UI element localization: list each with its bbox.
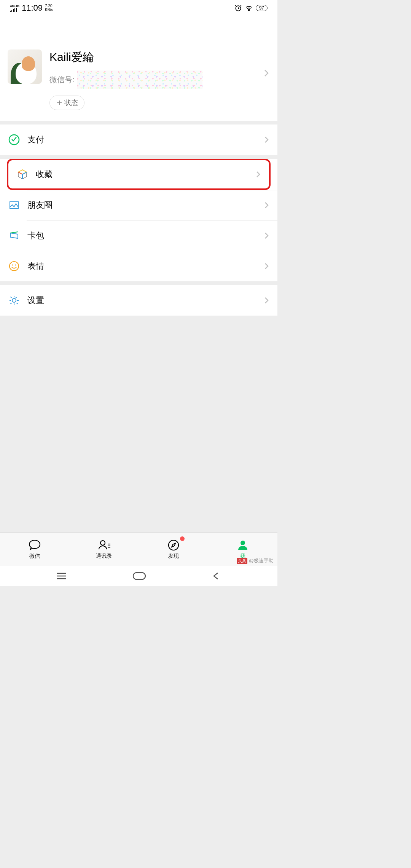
- smile-icon: [8, 260, 20, 272]
- tab-discover[interactable]: 发现: [139, 533, 208, 566]
- nav-label: 微信: [29, 553, 40, 560]
- status-button[interactable]: 状态: [49, 96, 84, 110]
- menu-label: 收藏: [36, 169, 256, 180]
- svg-point-6: [12, 298, 16, 302]
- plus-icon: [56, 99, 63, 106]
- home-icon[interactable]: [132, 572, 146, 580]
- nav-label: 发现: [168, 553, 179, 560]
- svg-point-8: [169, 540, 178, 550]
- menu-favorites[interactable]: 收藏: [7, 159, 271, 190]
- battery-level: 97: [256, 5, 268, 11]
- profile-section[interactable]: Kaili爱綸 微信号: 状态: [0, 43, 277, 121]
- svg-point-7: [100, 541, 105, 545]
- svg-point-5: [15, 265, 16, 266]
- menu-stickers[interactable]: 表情: [0, 251, 277, 281]
- wechat-id-value-censored: [77, 70, 202, 89]
- wechat-id-label: 微信号:: [49, 75, 75, 85]
- person-icon: [236, 539, 249, 552]
- signal-icon: 4GHD: [10, 4, 19, 12]
- chevron-right-icon: [264, 297, 269, 304]
- menu-label: 朋友圈: [27, 199, 264, 211]
- nav-label: 通讯录: [96, 553, 112, 560]
- pay-icon: [8, 134, 20, 145]
- menu-settings[interactable]: 设置: [0, 285, 277, 316]
- menu-label: 设置: [27, 295, 264, 306]
- menu-label: 卡包: [27, 230, 264, 241]
- network-speed: 7.20 KB/s: [45, 4, 53, 12]
- chat-icon: [28, 539, 41, 552]
- menu-label: 表情: [27, 260, 264, 272]
- compass-icon: [167, 539, 180, 552]
- clock-time: 11:09: [22, 3, 43, 13]
- chevron-right-icon: [256, 171, 261, 178]
- menu-moments[interactable]: 朋友圈: [0, 190, 277, 220]
- menu-pay[interactable]: 支付: [0, 124, 277, 155]
- chevron-right-icon: [264, 232, 269, 239]
- svg-rect-10: [133, 573, 145, 579]
- chevron-right-icon: [264, 136, 269, 144]
- bottom-nav: 微信 通讯录 发现 我: [0, 532, 277, 566]
- status-bar: 4GHD 11:09 7.20 KB/s 97: [0, 0, 277, 16]
- svg-point-4: [12, 265, 13, 266]
- cube-icon: [17, 169, 28, 180]
- chevron-right-icon: [264, 69, 269, 78]
- svg-point-9: [241, 541, 245, 545]
- watermark: 头条 @极速手助: [237, 557, 274, 564]
- chevron-right-icon: [264, 201, 269, 209]
- image-icon: [8, 199, 20, 211]
- red-dot-badge: [180, 536, 185, 541]
- wallet-icon: [8, 230, 20, 241]
- alarm-icon: [234, 4, 242, 12]
- nickname: Kaili爱綸: [49, 49, 270, 65]
- contacts-icon: [97, 539, 110, 552]
- tab-contacts[interactable]: 通讯录: [69, 533, 139, 566]
- avatar[interactable]: [8, 49, 42, 84]
- gear-icon: [8, 295, 20, 306]
- chevron-right-icon: [264, 262, 269, 270]
- menu-label: 支付: [27, 134, 264, 145]
- tab-chats[interactable]: 微信: [0, 533, 69, 566]
- system-nav-bar: [0, 566, 277, 586]
- wifi-icon: [245, 4, 253, 12]
- svg-point-3: [10, 262, 19, 271]
- back-icon[interactable]: [212, 572, 221, 580]
- menu-icon[interactable]: [56, 572, 67, 580]
- menu-cards[interactable]: 卡包: [0, 220, 277, 251]
